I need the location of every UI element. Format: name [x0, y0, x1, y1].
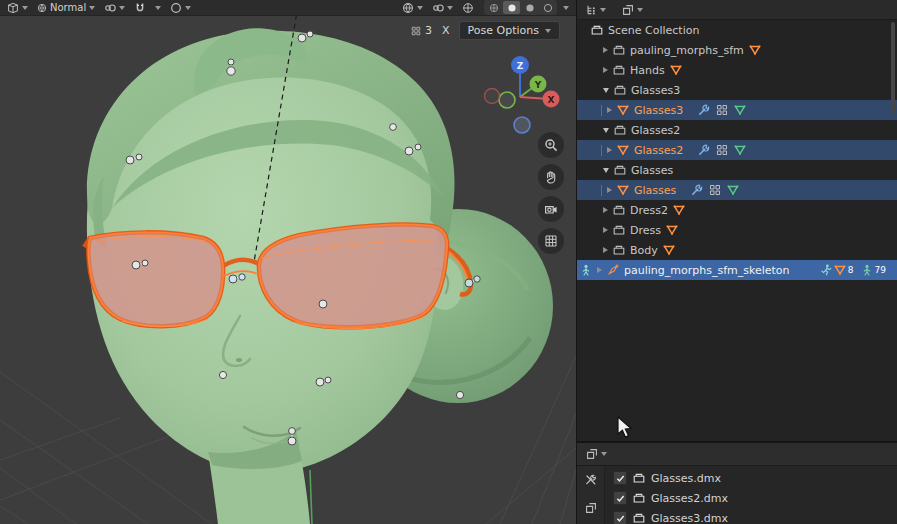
file-panel-header [577, 443, 897, 466]
outliner-scrollbar[interactable] [891, 22, 895, 114]
disclosure-collapsed-icon[interactable] [603, 47, 608, 53]
file-panel-body: Glasses.dmx Glasses2.dmx Glasses3.dmx [577, 466, 897, 524]
file-checkbox-checked[interactable] [613, 471, 627, 485]
xray-toggle[interactable] [459, 1, 477, 14]
disclosure-expanded-icon[interactable] [603, 128, 609, 133]
mesh-icon [749, 44, 761, 56]
navigation-gizmo[interactable]: Z Y X [470, 48, 570, 144]
disclosure-collapsed-icon[interactable] [607, 107, 612, 113]
shading-material-button[interactable] [521, 1, 538, 14]
outliner-row-object[interactable]: Glasses3 [577, 100, 897, 120]
outliner-row-armature[interactable]: pauling_morphs_sfm_skeleton 8 79 [577, 260, 897, 280]
gizmo-z-negative[interactable] [514, 117, 530, 133]
mesh-object-icon [617, 104, 629, 116]
row-label: Glasses [634, 184, 676, 197]
outliner-row-object[interactable]: Glasses [577, 180, 897, 200]
disclosure-collapsed-icon[interactable] [597, 267, 602, 273]
disclosure-collapsed-icon[interactable] [607, 187, 612, 193]
vertex-groups-icon[interactable] [716, 144, 728, 156]
magnifier-plus-icon [544, 138, 558, 152]
collection-visibility-badge[interactable]: 3 X [411, 24, 450, 37]
outliner-row-collection[interactable]: Dress [577, 220, 897, 240]
pose-run-icon[interactable] [820, 264, 832, 276]
shading-dropdown[interactable] [560, 1, 572, 14]
proportional-edit-dropdown[interactable] [167, 1, 194, 14]
disclosure-collapsed-icon[interactable] [603, 67, 608, 73]
disclosure-expanded-icon[interactable] [603, 88, 609, 93]
modifier-wrench-icon[interactable] [698, 144, 710, 156]
disclosure-collapsed-icon[interactable] [607, 147, 612, 153]
file-checkbox-checked[interactable] [613, 491, 627, 505]
outliner-header [577, 0, 897, 20]
transform-orientation-dropdown[interactable]: Normal [34, 1, 98, 14]
file-list: Glasses.dmx Glasses2.dmx Glasses3.dmx [605, 466, 897, 524]
outliner-row-collection[interactable]: Glasses2 [577, 120, 897, 140]
outliner-row-collection[interactable]: Glasses [577, 160, 897, 180]
modifier-wrench-icon[interactable] [698, 104, 710, 116]
snap-toggle[interactable] [131, 1, 149, 14]
mesh-data-icon[interactable] [734, 104, 746, 116]
outliner-row-object[interactable]: Glasses2 [577, 140, 897, 160]
orientation-label: Normal [50, 2, 86, 13]
outliner-row-collection[interactable]: Dress2 [577, 200, 897, 220]
outliner-row-collection[interactable]: pauling_morphs_sfm [577, 40, 897, 60]
chevron-down-icon [601, 452, 607, 456]
camera-view-button[interactable] [538, 196, 564, 222]
armature-data-icons: 8 79 [820, 264, 897, 276]
file-panel-editor-type-button[interactable] [583, 448, 610, 461]
hand-icon [544, 170, 558, 184]
vertex-groups-icon[interactable] [716, 104, 728, 116]
shading-solid-button[interactable] [503, 1, 520, 14]
outliner-editor-type-button[interactable] [582, 3, 609, 16]
file-row[interactable]: Glasses3.dmx [605, 508, 897, 524]
shading-rendered-button[interactable] [539, 1, 556, 14]
outliner-row-scene-collection[interactable]: Scene Collection [577, 20, 897, 40]
disclosure-collapsed-icon[interactable] [603, 227, 608, 233]
outliner-row-collection[interactable]: Glasses3 [577, 80, 897, 100]
file-row[interactable]: Glasses.dmx [605, 468, 897, 488]
file-row[interactable]: Glasses2.dmx [605, 488, 897, 508]
mesh-object-icon [617, 184, 629, 196]
child-mesh-icon[interactable] [834, 264, 846, 276]
pan-button[interactable] [538, 164, 564, 190]
rendered-icon [543, 3, 553, 13]
pose-options-dropdown[interactable]: Pose Options [459, 21, 560, 40]
axis-clear-button[interactable]: X [442, 24, 450, 37]
mesh-data-icon[interactable] [734, 144, 746, 156]
collection-icon [613, 244, 625, 256]
gizmo-y-negative[interactable] [499, 92, 515, 108]
outliner-display-mode-button[interactable] [619, 3, 646, 16]
outliner-row-collection[interactable]: Body [577, 240, 897, 260]
tool-settings-icon[interactable] [585, 474, 597, 486]
shading-wireframe-button[interactable] [485, 1, 502, 14]
render-tab-icon[interactable] [585, 502, 597, 514]
snapping-dropdown[interactable] [152, 1, 164, 14]
mesh-data-icon[interactable] [727, 184, 739, 196]
bone-count-icon[interactable] [861, 264, 873, 276]
pivot-point-dropdown[interactable] [101, 1, 128, 14]
3d-viewport[interactable]: Normal 3 X Pose O [0, 0, 576, 524]
armature-object-icon [607, 264, 619, 276]
disclosure-collapsed-icon[interactable] [603, 207, 608, 213]
gizmo-z-label: Z [517, 61, 524, 71]
pose-options-label: Pose Options [468, 24, 539, 37]
check-icon [616, 474, 625, 483]
chevron-down-icon [155, 6, 161, 10]
zoom-button[interactable] [538, 132, 564, 158]
file-checkbox-checked[interactable] [613, 511, 627, 524]
chevron-down-icon [600, 8, 606, 12]
modifier-wrench-icon[interactable] [691, 184, 703, 196]
editor-type-button[interactable] [4, 1, 31, 14]
disclosure-collapsed-icon[interactable] [603, 247, 608, 253]
disclosure-expanded-icon[interactable] [603, 168, 609, 173]
overlays-dropdown[interactable] [429, 1, 456, 14]
chevron-down-icon [637, 8, 643, 12]
outliner-row-collection[interactable]: Hands [577, 60, 897, 80]
gizmos-dropdown[interactable] [399, 1, 426, 14]
mesh-icon [663, 244, 675, 256]
row-label: Hands [630, 64, 665, 77]
gizmo-x-negative[interactable] [485, 89, 500, 104]
ortho-toggle-button[interactable] [538, 228, 564, 254]
material-icon [525, 3, 535, 13]
vertex-groups-icon[interactable] [709, 184, 721, 196]
